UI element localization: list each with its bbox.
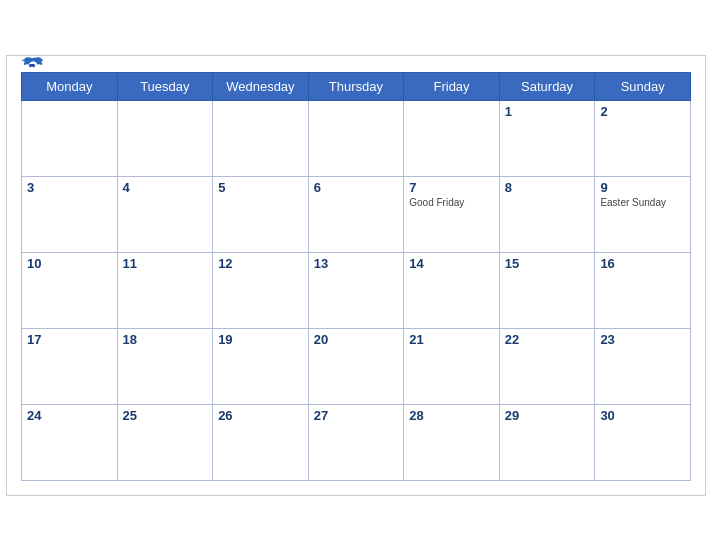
weekday-row: MondayTuesdayWednesdayThursdayFridaySatu…: [22, 72, 691, 100]
calendar-weekdays-header: MondayTuesdayWednesdayThursdayFridaySatu…: [22, 72, 691, 100]
calendar-cell: 17: [22, 328, 118, 404]
calendar-cell: 1: [499, 100, 595, 176]
weekday-header-sunday: Sunday: [595, 72, 691, 100]
calendar-cell: 3: [22, 176, 118, 252]
calendar-cell: 20: [308, 328, 404, 404]
day-number: 8: [505, 180, 590, 195]
day-number: 27: [314, 408, 399, 423]
calendar-cell: 21: [404, 328, 500, 404]
calendar-cell: [404, 100, 500, 176]
day-number: 17: [27, 332, 112, 347]
weekday-header-thursday: Thursday: [308, 72, 404, 100]
calendar-cell: 5: [213, 176, 309, 252]
calendar-grid: MondayTuesdayWednesdayThursdayFridaySatu…: [21, 72, 691, 481]
weekday-header-friday: Friday: [404, 72, 500, 100]
day-number: 5: [218, 180, 303, 195]
calendar-cell: 16: [595, 252, 691, 328]
calendar-cell: 11: [117, 252, 213, 328]
day-event-label: Easter Sunday: [600, 197, 685, 208]
day-number: 18: [123, 332, 208, 347]
calendar-cell: 15: [499, 252, 595, 328]
day-number: 19: [218, 332, 303, 347]
week-row-1: 12: [22, 100, 691, 176]
calendar-cell: 24: [22, 404, 118, 480]
day-number: 23: [600, 332, 685, 347]
day-event-label: Good Friday: [409, 197, 494, 208]
day-number: 11: [123, 256, 208, 271]
calendar-body: 1234567Good Friday89Easter Sunday1011121…: [22, 100, 691, 480]
calendar-cell: [308, 100, 404, 176]
week-row-2: 34567Good Friday89Easter Sunday: [22, 176, 691, 252]
calendar-cell: 22: [499, 328, 595, 404]
day-number: 2: [600, 104, 685, 119]
day-number: 3: [27, 180, 112, 195]
calendar-cell: 18: [117, 328, 213, 404]
weekday-header-wednesday: Wednesday: [213, 72, 309, 100]
day-number: 30: [600, 408, 685, 423]
logo: [21, 54, 43, 78]
day-number: 22: [505, 332, 590, 347]
calendar-cell: 13: [308, 252, 404, 328]
day-number: 4: [123, 180, 208, 195]
calendar-cell: 28: [404, 404, 500, 480]
day-number: 12: [218, 256, 303, 271]
calendar-cell: [22, 100, 118, 176]
day-number: 13: [314, 256, 399, 271]
calendar-cell: 25: [117, 404, 213, 480]
weekday-header-saturday: Saturday: [499, 72, 595, 100]
calendar-cell: 7Good Friday: [404, 176, 500, 252]
day-number: 21: [409, 332, 494, 347]
calendar-cell: 30: [595, 404, 691, 480]
calendar-cell: 19: [213, 328, 309, 404]
calendar-cell: [117, 100, 213, 176]
calendar-container: MondayTuesdayWednesdayThursdayFridaySatu…: [6, 55, 706, 496]
day-number: 28: [409, 408, 494, 423]
day-number: 20: [314, 332, 399, 347]
week-row-3: 10111213141516: [22, 252, 691, 328]
calendar-cell: 26: [213, 404, 309, 480]
week-row-5: 24252627282930: [22, 404, 691, 480]
day-number: 25: [123, 408, 208, 423]
calendar-cell: 6: [308, 176, 404, 252]
week-row-4: 17181920212223: [22, 328, 691, 404]
calendar-cell: 2: [595, 100, 691, 176]
day-number: 1: [505, 104, 590, 119]
day-number: 29: [505, 408, 590, 423]
calendar-cell: 9Easter Sunday: [595, 176, 691, 252]
calendar-cell: 8: [499, 176, 595, 252]
day-number: 16: [600, 256, 685, 271]
calendar-cell: [213, 100, 309, 176]
calendar-cell: 23: [595, 328, 691, 404]
calendar-cell: 12: [213, 252, 309, 328]
calendar-cell: 27: [308, 404, 404, 480]
day-number: 24: [27, 408, 112, 423]
logo-bird-icon: [21, 54, 43, 76]
day-number: 6: [314, 180, 399, 195]
calendar-cell: 14: [404, 252, 500, 328]
calendar-cell: 4: [117, 176, 213, 252]
day-number: 7: [409, 180, 494, 195]
day-number: 9: [600, 180, 685, 195]
weekday-header-tuesday: Tuesday: [117, 72, 213, 100]
calendar-cell: 29: [499, 404, 595, 480]
day-number: 14: [409, 256, 494, 271]
calendar-cell: 10: [22, 252, 118, 328]
day-number: 15: [505, 256, 590, 271]
day-number: 26: [218, 408, 303, 423]
day-number: 10: [27, 256, 112, 271]
